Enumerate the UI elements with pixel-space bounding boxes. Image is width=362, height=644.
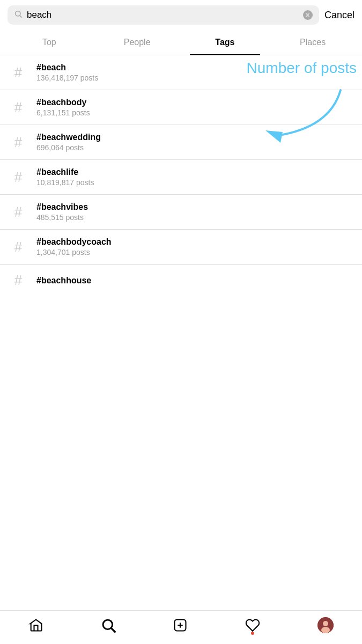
nav-activity[interactable] (245, 618, 260, 633)
tag-item-beachlife[interactable]: # #beachlife 10,819,817 posts (0, 160, 362, 195)
svg-line-4 (112, 628, 115, 632)
tab-places[interactable]: Places (269, 30, 357, 55)
tag-posts: 136,418,197 posts (36, 74, 98, 82)
tag-item-beach[interactable]: # #beach 136,418,197 posts (0, 55, 362, 90)
hash-icon: # (9, 169, 28, 186)
activity-dot (251, 632, 254, 635)
add-icon (173, 618, 188, 633)
nav-home[interactable] (28, 618, 43, 633)
tag-name: #beachwedding (36, 133, 101, 142)
hash-icon: # (9, 64, 28, 81)
tag-posts: 1,304,701 posts (36, 248, 112, 257)
tag-item-beachbodycoach[interactable]: # #beachbodycoach 1,304,701 posts (0, 230, 362, 265)
content-area: # #beach 136,418,197 posts Number of pos… (0, 55, 362, 339)
tag-item-beachhouse[interactable]: # #beachhouse (0, 265, 362, 296)
svg-point-10 (321, 627, 330, 633)
tag-info: #beachbody 6,131,151 posts (36, 98, 90, 117)
svg-point-0 (16, 11, 20, 16)
nav-add[interactable] (173, 618, 188, 633)
search-bar: ✕ Cancel (0, 0, 362, 30)
svg-point-9 (323, 621, 328, 626)
tag-list: # #beach 136,418,197 posts Number of pos… (0, 55, 362, 296)
clear-icon[interactable]: ✕ (303, 10, 313, 20)
hash-icon: # (9, 272, 28, 289)
profile-avatar (317, 617, 334, 633)
hash-icon: # (9, 134, 28, 151)
search-icon (14, 10, 23, 20)
search-input-wrap: ✕ (8, 5, 319, 25)
svg-line-1 (20, 16, 22, 18)
tag-name: #beachvibes (36, 202, 88, 212)
tag-posts: 6,131,151 posts (36, 108, 90, 117)
tab-tags[interactable]: Tags (181, 30, 269, 55)
tag-info: #beachhouse (36, 276, 91, 286)
tag-info: #beach 136,418,197 posts (36, 63, 98, 82)
hash-icon: # (9, 99, 28, 116)
heart-icon (245, 618, 260, 633)
tag-name: #beach (36, 63, 98, 72)
hash-icon: # (9, 239, 28, 255)
tag-item-beachvibes[interactable]: # #beachvibes 485,515 posts (0, 195, 362, 230)
tag-posts: 10,819,817 posts (36, 178, 94, 187)
tag-posts: 696,064 posts (36, 143, 101, 152)
tag-info: #beachbodycoach 1,304,701 posts (36, 237, 112, 257)
tag-posts: 485,515 posts (36, 213, 88, 222)
tag-info: #beachwedding 696,064 posts (36, 133, 101, 152)
hash-icon: # (9, 204, 28, 221)
nav-profile[interactable] (317, 617, 334, 633)
tag-name: #beachhouse (36, 276, 91, 286)
tag-item-beachbody[interactable]: # #beachbody 6,131,151 posts (0, 90, 362, 125)
cancel-button[interactable]: Cancel (324, 10, 354, 21)
tag-item-beachwedding[interactable]: # #beachwedding 696,064 posts (0, 125, 362, 160)
tab-people[interactable]: People (93, 30, 181, 55)
tag-name: #beachbodycoach (36, 237, 112, 247)
tab-bar: Top People Tags Places (0, 30, 362, 55)
tag-name: #beachbody (36, 98, 90, 107)
search-input[interactable] (27, 10, 299, 20)
home-icon (28, 618, 43, 633)
tab-top[interactable]: Top (5, 30, 93, 55)
tag-info: #beachvibes 485,515 posts (36, 202, 88, 222)
tag-name: #beachlife (36, 167, 94, 177)
nav-search[interactable] (101, 618, 116, 633)
tag-info: #beachlife 10,819,817 posts (36, 167, 94, 187)
search-nav-icon (101, 618, 116, 633)
bottom-nav (0, 610, 362, 644)
